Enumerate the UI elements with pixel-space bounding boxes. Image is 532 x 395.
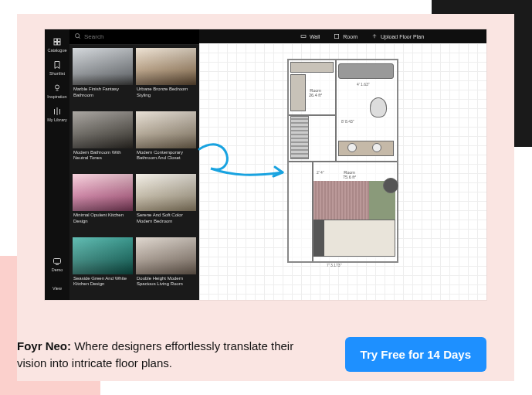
tool-wall[interactable]: Wall — [300, 33, 320, 40]
card-title: Modern Contemporary Bathroom And Closet — [136, 148, 196, 165]
svg-rect-1 — [58, 39, 61, 42]
svg-rect-7 — [301, 35, 306, 37]
dimension-label: 4' 1.63" — [357, 82, 370, 87]
rail-label: Demo — [52, 267, 63, 272]
sink — [347, 143, 357, 152]
rail-label: Catalogue — [47, 48, 66, 53]
tool-label: Wall — [310, 34, 320, 39]
rail-label: View — [53, 286, 62, 291]
shortlist-icon — [53, 60, 62, 70]
sink — [372, 143, 381, 152]
thumbnail — [136, 237, 196, 274]
tool-label: Room — [343, 34, 357, 39]
app-window: Catalogue Shortlist Inspiration My Libra… — [45, 29, 486, 300]
catalogue-card[interactable]: Serene And Soft Color Modern Bedroom — [136, 174, 196, 234]
card-title: Seaside Green And White Kitchen Design — [73, 274, 133, 291]
dimension-label: 7' 3.173" — [327, 263, 341, 267]
upload-icon — [371, 33, 378, 40]
promo-card: Catalogue Shortlist Inspiration My Libra… — [17, 14, 514, 381]
catalogue-card[interactable]: Urbane Bronze Bedroom Styling — [136, 48, 196, 108]
svg-rect-3 — [58, 43, 61, 46]
furniture-closet[interactable] — [290, 62, 334, 73]
furniture-closet[interactable] — [290, 74, 306, 111]
svg-rect-0 — [54, 39, 57, 42]
tool-label: Upload Floor Plan — [381, 34, 424, 39]
cta-button[interactable]: Try Free for 14 Days — [345, 337, 486, 372]
rail-label: Inspiration — [47, 94, 66, 99]
rail-item-library[interactable]: My Library — [45, 104, 69, 125]
rail-label: Shortlist — [49, 71, 65, 76]
tool-upload[interactable]: Upload Floor Plan — [371, 33, 424, 40]
dimension-label: 8' 8.43" — [341, 119, 354, 124]
search-icon — [74, 32, 81, 41]
canvas-toolbar: Wall Room Upload Floor Plan — [199, 29, 486, 43]
card-title: Minimal Opulent Kitchen Design — [73, 211, 133, 227]
catalogue-card[interactable]: Seaside Green And White Kitchen Design — [73, 237, 133, 298]
promo-text: Foyr Neo: Where designers effortlessly t… — [17, 338, 314, 372]
promo-brand: Foyr Neo: — [17, 339, 71, 352]
catalogue-card[interactable]: Marble Finish Fantasy Bathroom — [73, 48, 133, 108]
furniture-vanity[interactable] — [338, 141, 394, 156]
thumbnail — [136, 111, 196, 148]
thumbnail — [136, 48, 196, 85]
rail-item-demo[interactable]: Demo — [45, 254, 69, 275]
card-title: Urbane Bronze Bedroom Styling — [136, 85, 196, 101]
thumbnail — [73, 48, 133, 85]
furniture-bed[interactable] — [313, 220, 395, 257]
catalogue-card[interactable]: Minimal Opulent Kitchen Design — [73, 174, 133, 234]
furniture-headboard — [313, 220, 324, 257]
svg-rect-5 — [54, 259, 61, 264]
svg-point-4 — [56, 85, 59, 89]
floor-plan[interactable]: Room 26.4 ft² 4' 1.63" 8' 8.43" Room 75.… — [289, 60, 397, 261]
room-label: Room 26.4 ft² — [309, 88, 322, 97]
card-title: Double Height Modern Spacious Living Roo… — [136, 274, 196, 291]
rail-item-shortlist[interactable]: Shortlist — [45, 57, 69, 79]
search-bar — [69, 29, 199, 45]
catalogue-icon — [53, 37, 62, 46]
rail-item-catalogue[interactable]: Catalogue — [45, 34, 69, 56]
tool-room[interactable]: Room — [334, 33, 357, 40]
demo-icon — [53, 257, 62, 266]
thumbnail — [73, 111, 133, 148]
catalogue-grid: Marble Finish Fantasy Bathroom Urbane Br… — [69, 45, 199, 300]
inspiration-icon — [53, 83, 62, 93]
svg-point-6 — [76, 34, 80, 38]
thumbnail — [73, 237, 133, 274]
catalogue-card[interactable]: Modern Bathroom With Neutral Tones — [73, 111, 133, 172]
card-title: Modern Bathroom With Neutral Tones — [73, 148, 133, 165]
svg-rect-8 — [335, 34, 339, 38]
catalogue-card[interactable]: Double Height Modern Spacious Living Roo… — [136, 237, 196, 298]
card-title: Marble Finish Fantasy Bathroom — [73, 85, 133, 101]
rail-item-inspiration[interactable]: Inspiration — [45, 80, 69, 102]
card-title: Serene And Soft Color Modern Bedroom — [136, 211, 196, 227]
room-label: Room 75.6 ft² — [343, 170, 356, 179]
rail-label: My Library — [47, 117, 67, 122]
stairs — [290, 116, 309, 159]
furniture-toilet[interactable] — [370, 97, 387, 117]
thumbnail — [136, 174, 196, 211]
search-input[interactable] — [84, 33, 195, 40]
promo-section: Foyr Neo: Where designers effortlessly t… — [17, 337, 514, 372]
catalogue-panel: Marble Finish Fantasy Bathroom Urbane Br… — [69, 29, 199, 300]
thumbnail — [73, 174, 133, 211]
design-canvas[interactable]: Wall Room Upload Floor Plan — [199, 29, 486, 300]
rail-item-view[interactable]: View — [45, 283, 69, 294]
nav-rail: Catalogue Shortlist Inspiration My Libra… — [45, 29, 69, 300]
library-icon — [53, 107, 62, 116]
svg-rect-2 — [54, 43, 57, 46]
dimension-label: 2' 4" — [317, 170, 324, 175]
furniture-chair[interactable] — [383, 178, 398, 193]
wall-icon — [300, 33, 307, 40]
furniture-tub[interactable] — [338, 63, 394, 79]
catalogue-card[interactable]: Modern Contemporary Bathroom And Closet — [136, 111, 196, 172]
room-icon — [334, 33, 340, 40]
